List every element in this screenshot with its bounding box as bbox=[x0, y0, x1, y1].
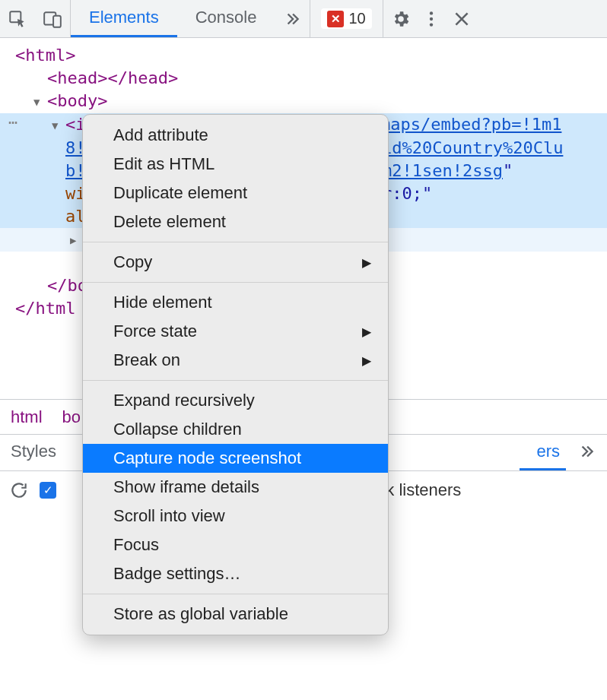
node-context-menu: Add attributeEdit as HTMLDuplicate eleme… bbox=[82, 114, 389, 635]
dom-html-open: <html> bbox=[15, 46, 75, 65]
submenu-arrow-icon: ▶ bbox=[362, 353, 371, 368]
context-menu-item[interactable]: Break on▶ bbox=[83, 346, 388, 375]
context-menu-item[interactable]: Scroll into view bbox=[83, 502, 388, 531]
disclosure-triangle-icon[interactable]: ▼ bbox=[33, 90, 44, 113]
settings-button[interactable] bbox=[383, 0, 418, 37]
menu-separator bbox=[83, 594, 388, 594]
close-html: </html bbox=[15, 299, 75, 318]
menu-item-label: Expand recursively bbox=[113, 391, 255, 410]
context-menu-item[interactable]: Copy▶ bbox=[83, 248, 388, 277]
chevrons-right-icon bbox=[577, 442, 596, 461]
ancestors-checkbox[interactable]: ✓ bbox=[40, 482, 56, 499]
menu-separator bbox=[83, 282, 388, 283]
submenu-arrow-icon: ▶ bbox=[362, 255, 371, 270]
context-menu-item[interactable]: Capture node screenshot bbox=[83, 444, 388, 473]
tab-elements[interactable]: Elements bbox=[71, 0, 177, 37]
dom-body-open: <body> bbox=[47, 91, 107, 110]
toggle-device-toolbar-button[interactable] bbox=[35, 0, 70, 37]
tab-console[interactable]: Console bbox=[177, 0, 275, 37]
menu-item-label: Break on bbox=[113, 350, 180, 370]
tabs-overflow-button[interactable] bbox=[275, 0, 310, 37]
svg-point-3 bbox=[430, 11, 433, 14]
menu-item-label: Collapse children bbox=[113, 420, 242, 439]
more-options-button[interactable] bbox=[418, 0, 444, 37]
menu-item-label: Add attribute bbox=[113, 125, 208, 145]
context-menu-item[interactable]: Edit as HTML bbox=[83, 150, 388, 179]
iframe-src-part[interactable]: chid%20Country%20Clu bbox=[361, 138, 563, 157]
menu-item-label: Edit as HTML bbox=[113, 154, 215, 174]
error-count: 10 bbox=[348, 10, 365, 27]
refresh-button[interactable] bbox=[9, 480, 29, 500]
svg-point-4 bbox=[430, 17, 433, 20]
cursor-box-icon bbox=[8, 9, 27, 29]
menu-item-label: Force state bbox=[113, 321, 197, 341]
menu-item-label: Store as global variable bbox=[113, 604, 288, 624]
context-menu-item[interactable]: Badge settings… bbox=[83, 559, 388, 588]
context-menu-item[interactable]: Force state▶ bbox=[83, 317, 388, 346]
context-menu-item[interactable]: Collapse children bbox=[83, 415, 388, 444]
subtab-styles[interactable]: Styles bbox=[0, 435, 73, 470]
panel-tabs: Elements Console bbox=[71, 0, 310, 37]
devtools-toolbar: Elements Console ✕ 10 bbox=[0, 0, 607, 38]
tab-label: Elements bbox=[89, 8, 159, 27]
svg-point-5 bbox=[430, 23, 433, 26]
submenu-arrow-icon: ▶ bbox=[362, 325, 371, 339]
context-menu-item[interactable]: Delete element bbox=[83, 207, 388, 236]
chevrons-right-icon bbox=[282, 9, 302, 29]
disclosure-triangle-icon[interactable]: ▶ bbox=[70, 229, 81, 252]
menu-item-label: Capture node screenshot bbox=[113, 448, 301, 468]
refresh-icon bbox=[9, 480, 29, 500]
kebab-icon bbox=[421, 9, 441, 29]
menu-separator bbox=[83, 380, 388, 381]
close-devtools-button[interactable] bbox=[444, 0, 479, 37]
subtab-label: Styles bbox=[11, 442, 56, 461]
error-count-badge[interactable]: ✕ 10 bbox=[321, 8, 371, 29]
menu-item-label: Focus bbox=[113, 535, 159, 555]
framework-listeners-label-suffix: rk listeners bbox=[380, 480, 461, 500]
context-menu-item[interactable]: Focus bbox=[83, 531, 388, 559]
menu-item-label: Delete element bbox=[113, 212, 226, 232]
tab-label: Console bbox=[195, 8, 257, 27]
subtab-event-listeners[interactable]: ers bbox=[520, 435, 566, 470]
devices-icon bbox=[43, 9, 62, 29]
menu-item-label: Copy bbox=[113, 252, 152, 272]
crumb-body[interactable]: bo bbox=[62, 407, 81, 427]
menu-item-label: Show iframe details bbox=[113, 477, 259, 497]
context-menu-item[interactable]: Hide element bbox=[83, 288, 388, 317]
close-icon bbox=[452, 9, 472, 29]
error-icon: ✕ bbox=[327, 11, 344, 27]
gear-icon bbox=[391, 9, 411, 29]
dom-head: <head></head> bbox=[47, 68, 178, 87]
node-actions-button[interactable]: ⋯ bbox=[0, 111, 26, 134]
menu-item-label: Badge settings… bbox=[113, 564, 241, 584]
subtab-label-suffix: ers bbox=[536, 442, 560, 461]
menu-item-label: Hide element bbox=[113, 293, 212, 312]
menu-item-label: Scroll into view bbox=[113, 506, 225, 526]
crumb-html[interactable]: html bbox=[11, 407, 43, 427]
context-menu-item[interactable]: Add attribute bbox=[83, 121, 388, 150]
svg-rect-2 bbox=[53, 15, 61, 27]
menu-item-label: Duplicate element bbox=[113, 183, 247, 203]
context-menu-item[interactable]: Expand recursively bbox=[83, 386, 388, 415]
context-menu-item[interactable]: Store as global variable bbox=[83, 600, 388, 629]
subtabs-overflow[interactable] bbox=[566, 435, 607, 470]
context-menu-item[interactable]: Duplicate element bbox=[83, 179, 388, 207]
disclosure-triangle-icon[interactable]: ▼ bbox=[52, 114, 62, 137]
menu-separator bbox=[83, 242, 388, 242]
inspect-element-button[interactable] bbox=[0, 0, 35, 37]
context-menu-item[interactable]: Show iframe details bbox=[83, 473, 388, 502]
